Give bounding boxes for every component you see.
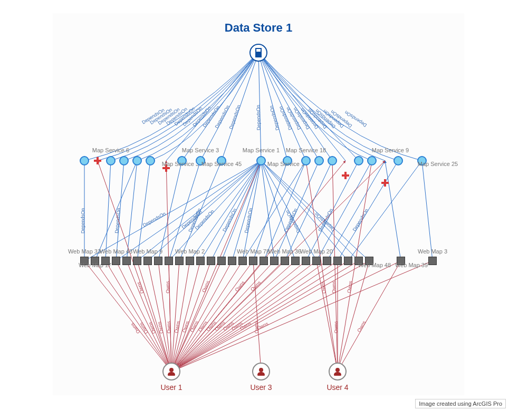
service-node[interactable] (196, 156, 205, 165)
webmap-node[interactable] (112, 257, 120, 265)
webmap-node[interactable] (270, 257, 278, 265)
service-node[interactable] (283, 156, 292, 165)
edge-label: Owns (253, 321, 260, 334)
webmap-node[interactable] (365, 257, 373, 265)
webmap-node[interactable] (291, 257, 300, 265)
service-label: Map Service 9 (372, 147, 409, 153)
service-node[interactable] (80, 156, 89, 165)
webmap-node[interactable] (323, 257, 331, 265)
webmap-node[interactable] (238, 257, 247, 265)
edge-label: DependsOn (80, 208, 85, 233)
edge-label: DependsOn (300, 107, 320, 130)
service-node[interactable] (367, 156, 377, 165)
webmap-node[interactable] (80, 257, 89, 265)
webmap-label: Web Map 43 (100, 248, 132, 255)
service-node[interactable] (328, 156, 337, 165)
edge (171, 261, 243, 372)
service-node[interactable] (256, 156, 266, 165)
webmap-node[interactable] (143, 257, 152, 265)
webmap-node[interactable] (122, 257, 131, 265)
edge (171, 261, 327, 372)
edge (137, 53, 258, 161)
webmap-node[interactable] (217, 257, 226, 265)
edge-label: DependsOn (278, 105, 293, 131)
webmap-node[interactable] (397, 257, 405, 265)
webmap-node[interactable] (101, 257, 110, 265)
user-node[interactable] (329, 363, 347, 380)
service-node[interactable] (146, 156, 155, 165)
edge (171, 261, 190, 372)
edge-label: DependsOn (352, 208, 369, 232)
webmap-node[interactable] (281, 257, 289, 265)
edge (148, 161, 261, 261)
edge-label: DependsOn (222, 208, 237, 232)
user-node[interactable] (162, 363, 180, 380)
webmap-node[interactable] (249, 257, 257, 265)
edge (243, 161, 261, 261)
edge (84, 53, 258, 161)
webmap-node[interactable] (428, 257, 437, 265)
service-node[interactable] (417, 156, 427, 165)
webmap-node[interactable] (354, 257, 363, 265)
webmap-node[interactable] (186, 257, 194, 265)
edge (158, 261, 171, 372)
datastore-node[interactable] (249, 44, 267, 62)
edge-label: DependsOn (187, 208, 202, 233)
edge-label: Owns (201, 280, 210, 294)
edge (258, 53, 422, 161)
edge (316, 261, 338, 372)
webmap-label: Web Map 33 (68, 248, 101, 255)
edge (95, 161, 137, 261)
edge-label: Owns (333, 321, 339, 334)
webmap-label: Web Map 78 (237, 248, 270, 255)
edge (258, 53, 359, 161)
service-cross-node[interactable] (342, 172, 349, 179)
edge (171, 261, 348, 372)
service-node[interactable] (177, 156, 187, 165)
edge (150, 53, 258, 161)
webmap-node[interactable] (333, 257, 342, 265)
edge (171, 261, 211, 372)
webmap-node[interactable] (154, 257, 162, 265)
edge-label: Owns (222, 320, 235, 331)
service-node[interactable] (217, 156, 226, 165)
service-node[interactable] (354, 156, 363, 165)
service-cross-node[interactable] (94, 157, 101, 164)
webmap-node[interactable] (196, 257, 205, 265)
edge-label: Owns (197, 320, 209, 333)
edge (171, 261, 253, 372)
service-node[interactable] (393, 156, 403, 165)
service-node[interactable] (132, 156, 142, 165)
webmap-node[interactable] (165, 257, 173, 265)
service-label: Map Service 1 (243, 147, 280, 153)
webmap-node[interactable] (312, 257, 321, 265)
edge (95, 261, 171, 372)
webmap-node[interactable] (228, 257, 236, 265)
edge (171, 261, 200, 372)
service-cross-node[interactable] (381, 179, 389, 187)
edge (258, 53, 398, 161)
service-node[interactable] (314, 156, 324, 165)
edge (98, 161, 171, 372)
user-node[interactable] (252, 363, 270, 380)
webmap-node[interactable] (344, 257, 352, 265)
user-icon (257, 368, 265, 375)
webmap-node[interactable] (175, 257, 184, 265)
edge (171, 261, 264, 372)
user-icon (334, 368, 341, 375)
webmap-node[interactable] (133, 257, 141, 265)
edge (116, 161, 261, 261)
service-node[interactable] (106, 156, 116, 165)
webmap-node[interactable] (207, 257, 215, 265)
webmap-node[interactable] (302, 257, 310, 265)
service-node[interactable] (301, 156, 311, 165)
edge-label: Owns (129, 321, 141, 335)
webmap-node[interactable] (260, 257, 268, 265)
edge (84, 261, 171, 372)
service-node[interactable] (119, 156, 129, 165)
webmap-node[interactable] (91, 257, 99, 265)
user-icon (168, 368, 175, 375)
service-cross-node[interactable] (162, 164, 170, 172)
edge (98, 53, 258, 161)
edge-label: DependsOn (142, 211, 167, 228)
